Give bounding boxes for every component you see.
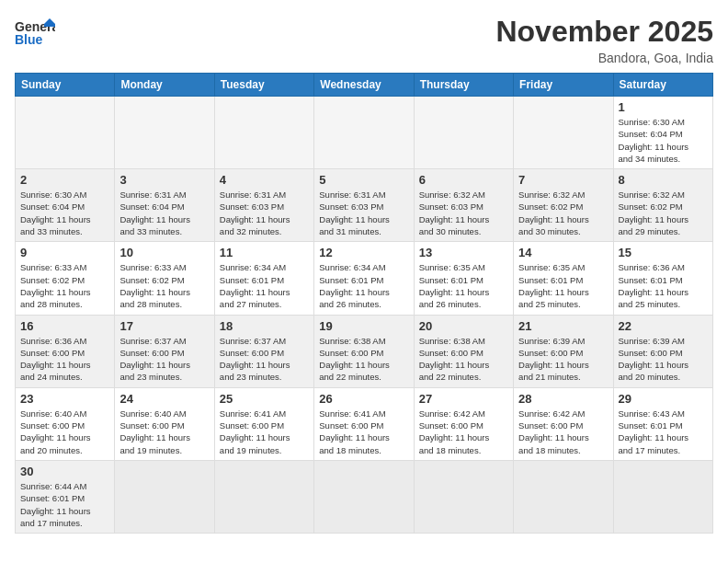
calendar-cell bbox=[514, 460, 613, 533]
calendar-cell bbox=[414, 460, 513, 533]
calendar-cell: 26Sunrise: 6:41 AM Sunset: 6:00 PM Dayli… bbox=[314, 387, 414, 460]
day-number: 25 bbox=[220, 392, 309, 406]
calendar-cell: 20Sunrise: 6:38 AM Sunset: 6:00 PM Dayli… bbox=[414, 315, 513, 387]
day-number: 23 bbox=[20, 392, 109, 406]
day-number: 15 bbox=[619, 246, 708, 259]
weekday-header-row: SundayMondayTuesdayWednesdayThursdayFrid… bbox=[16, 74, 713, 97]
day-info: Sunrise: 6:41 AM Sunset: 6:00 PM Dayligh… bbox=[220, 408, 309, 456]
calendar-cell bbox=[115, 97, 214, 169]
calendar-cell bbox=[314, 460, 414, 533]
day-number: 9 bbox=[20, 246, 109, 259]
logo: General Blue bbox=[15, 15, 55, 55]
day-number: 1 bbox=[619, 100, 708, 114]
day-number: 22 bbox=[619, 319, 708, 333]
calendar-week-row: 2Sunrise: 6:30 AM Sunset: 6:04 PM Daylig… bbox=[16, 169, 713, 242]
calendar-week-row: 16Sunrise: 6:36 AM Sunset: 6:00 PM Dayli… bbox=[16, 315, 713, 387]
day-info: Sunrise: 6:38 AM Sunset: 6:00 PM Dayligh… bbox=[419, 335, 508, 384]
calendar-week-row: 30Sunrise: 6:44 AM Sunset: 6:01 PM Dayli… bbox=[16, 460, 713, 533]
day-number: 13 bbox=[419, 246, 508, 259]
day-info: Sunrise: 6:32 AM Sunset: 6:03 PM Dayligh… bbox=[419, 189, 508, 237]
calendar-cell: 14Sunrise: 6:35 AM Sunset: 6:01 PM Dayli… bbox=[514, 242, 613, 315]
day-info: Sunrise: 6:42 AM Sunset: 6:00 PM Dayligh… bbox=[518, 408, 608, 456]
calendar-cell: 11Sunrise: 6:34 AM Sunset: 6:01 PM Dayli… bbox=[214, 242, 313, 315]
day-info: Sunrise: 6:35 AM Sunset: 6:01 PM Dayligh… bbox=[518, 261, 608, 310]
day-info: Sunrise: 6:39 AM Sunset: 6:00 PM Dayligh… bbox=[518, 335, 608, 384]
day-number: 16 bbox=[20, 319, 109, 333]
day-number: 30 bbox=[20, 465, 109, 478]
day-number: 29 bbox=[619, 392, 708, 406]
calendar-cell: 25Sunrise: 6:41 AM Sunset: 6:00 PM Dayli… bbox=[214, 387, 313, 460]
day-number: 12 bbox=[319, 246, 408, 259]
calendar-cell bbox=[115, 460, 214, 533]
day-number: 28 bbox=[518, 392, 608, 406]
day-number: 20 bbox=[419, 319, 508, 333]
calendar-week-row: 1Sunrise: 6:30 AM Sunset: 6:04 PM Daylig… bbox=[16, 97, 713, 169]
calendar-cell: 5Sunrise: 6:31 AM Sunset: 6:03 PM Daylig… bbox=[314, 169, 414, 242]
calendar-cell: 7Sunrise: 6:32 AM Sunset: 6:02 PM Daylig… bbox=[514, 169, 613, 242]
calendar-cell: 13Sunrise: 6:35 AM Sunset: 6:01 PM Dayli… bbox=[414, 242, 513, 315]
calendar-cell: 8Sunrise: 6:32 AM Sunset: 6:02 PM Daylig… bbox=[613, 169, 712, 242]
calendar-cell: 15Sunrise: 6:36 AM Sunset: 6:01 PM Dayli… bbox=[613, 242, 712, 315]
day-info: Sunrise: 6:30 AM Sunset: 6:04 PM Dayligh… bbox=[20, 189, 109, 237]
calendar-cell: 22Sunrise: 6:39 AM Sunset: 6:00 PM Dayli… bbox=[613, 315, 712, 387]
day-number: 24 bbox=[119, 392, 209, 406]
calendar-title: November 2025 bbox=[495, 15, 713, 49]
day-number: 21 bbox=[518, 319, 608, 333]
calendar-cell: 17Sunrise: 6:37 AM Sunset: 6:00 PM Dayli… bbox=[115, 315, 214, 387]
calendar-week-row: 9Sunrise: 6:33 AM Sunset: 6:02 PM Daylig… bbox=[16, 242, 713, 315]
calendar-cell: 27Sunrise: 6:42 AM Sunset: 6:00 PM Dayli… bbox=[414, 387, 513, 460]
day-number: 27 bbox=[419, 392, 508, 406]
title-area: November 2025 Bandora, Goa, India bbox=[495, 15, 713, 65]
day-info: Sunrise: 6:40 AM Sunset: 6:00 PM Dayligh… bbox=[119, 408, 209, 456]
day-info: Sunrise: 6:30 AM Sunset: 6:04 PM Dayligh… bbox=[619, 116, 708, 165]
day-info: Sunrise: 6:32 AM Sunset: 6:02 PM Dayligh… bbox=[619, 189, 708, 237]
weekday-header-sunday: Sunday bbox=[16, 74, 115, 97]
day-info: Sunrise: 6:37 AM Sunset: 6:00 PM Dayligh… bbox=[119, 335, 209, 384]
calendar-cell: 30Sunrise: 6:44 AM Sunset: 6:01 PM Dayli… bbox=[16, 460, 115, 533]
calendar-cell: 16Sunrise: 6:36 AM Sunset: 6:00 PM Dayli… bbox=[16, 315, 115, 387]
weekday-header-saturday: Saturday bbox=[613, 74, 712, 97]
calendar-cell: 3Sunrise: 6:31 AM Sunset: 6:04 PM Daylig… bbox=[115, 169, 214, 242]
day-info: Sunrise: 6:44 AM Sunset: 6:01 PM Dayligh… bbox=[20, 480, 109, 529]
calendar-subtitle: Bandora, Goa, India bbox=[495, 51, 713, 65]
day-number: 2 bbox=[20, 173, 109, 187]
calendar-cell: 2Sunrise: 6:30 AM Sunset: 6:04 PM Daylig… bbox=[16, 169, 115, 242]
day-info: Sunrise: 6:33 AM Sunset: 6:02 PM Dayligh… bbox=[20, 261, 109, 310]
calendar-cell: 24Sunrise: 6:40 AM Sunset: 6:00 PM Dayli… bbox=[115, 387, 214, 460]
weekday-header-tuesday: Tuesday bbox=[214, 74, 313, 97]
day-info: Sunrise: 6:36 AM Sunset: 6:00 PM Dayligh… bbox=[20, 335, 109, 384]
weekday-header-thursday: Thursday bbox=[414, 74, 513, 97]
day-number: 7 bbox=[518, 173, 608, 187]
calendar-cell: 18Sunrise: 6:37 AM Sunset: 6:00 PM Dayli… bbox=[214, 315, 313, 387]
calendar-cell: 4Sunrise: 6:31 AM Sunset: 6:03 PM Daylig… bbox=[214, 169, 313, 242]
calendar-cell bbox=[414, 97, 513, 169]
day-info: Sunrise: 6:31 AM Sunset: 6:03 PM Dayligh… bbox=[319, 189, 408, 237]
day-number: 14 bbox=[518, 246, 608, 259]
day-info: Sunrise: 6:40 AM Sunset: 6:00 PM Dayligh… bbox=[20, 408, 109, 456]
weekday-header-friday: Friday bbox=[514, 74, 613, 97]
day-info: Sunrise: 6:41 AM Sunset: 6:00 PM Dayligh… bbox=[319, 408, 408, 456]
svg-rect-3 bbox=[44, 24, 55, 27]
day-info: Sunrise: 6:39 AM Sunset: 6:00 PM Dayligh… bbox=[619, 335, 708, 384]
logo-icon: General Blue bbox=[15, 15, 55, 55]
calendar-cell: 21Sunrise: 6:39 AM Sunset: 6:00 PM Dayli… bbox=[514, 315, 613, 387]
weekday-header-monday: Monday bbox=[115, 74, 214, 97]
calendar-cell: 9Sunrise: 6:33 AM Sunset: 6:02 PM Daylig… bbox=[16, 242, 115, 315]
day-info: Sunrise: 6:38 AM Sunset: 6:00 PM Dayligh… bbox=[319, 335, 408, 384]
svg-text:Blue: Blue bbox=[15, 32, 43, 47]
day-info: Sunrise: 6:34 AM Sunset: 6:01 PM Dayligh… bbox=[220, 261, 309, 310]
calendar-cell: 29Sunrise: 6:43 AM Sunset: 6:01 PM Dayli… bbox=[613, 387, 712, 460]
day-info: Sunrise: 6:31 AM Sunset: 6:03 PM Dayligh… bbox=[220, 189, 309, 237]
day-info: Sunrise: 6:37 AM Sunset: 6:00 PM Dayligh… bbox=[220, 335, 309, 384]
day-number: 8 bbox=[619, 173, 708, 187]
day-number: 10 bbox=[119, 246, 209, 259]
calendar-cell: 28Sunrise: 6:42 AM Sunset: 6:00 PM Dayli… bbox=[514, 387, 613, 460]
calendar-cell: 19Sunrise: 6:38 AM Sunset: 6:00 PM Dayli… bbox=[314, 315, 414, 387]
calendar-cell bbox=[314, 97, 414, 169]
day-number: 26 bbox=[319, 392, 408, 406]
day-info: Sunrise: 6:33 AM Sunset: 6:02 PM Dayligh… bbox=[119, 261, 209, 310]
calendar-cell bbox=[514, 97, 613, 169]
calendar-cell: 10Sunrise: 6:33 AM Sunset: 6:02 PM Dayli… bbox=[115, 242, 214, 315]
day-info: Sunrise: 6:36 AM Sunset: 6:01 PM Dayligh… bbox=[619, 261, 708, 310]
calendar-cell bbox=[16, 97, 115, 169]
